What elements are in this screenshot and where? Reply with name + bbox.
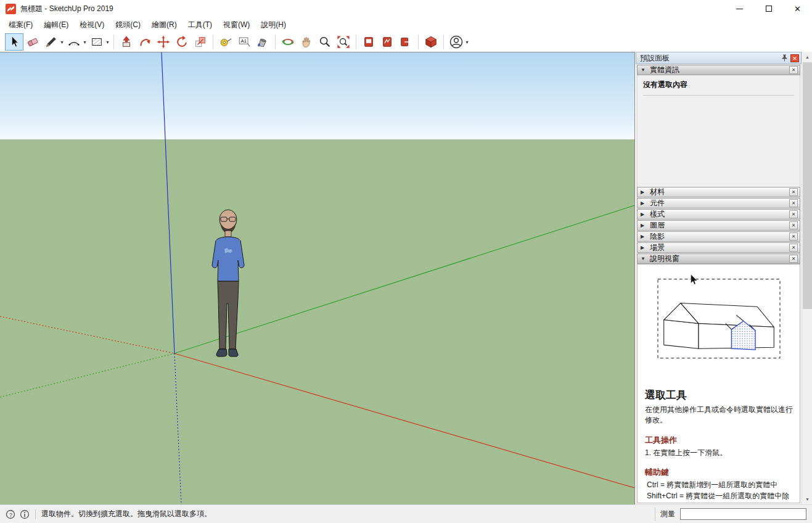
panel-section-instructor[interactable]: ▼ 說明視窗 ✕ bbox=[637, 253, 800, 264]
menu-help[interactable]: 說明(H) bbox=[255, 18, 292, 32]
scroll-up-button[interactable]: ▲ bbox=[802, 52, 812, 62]
eraser-icon bbox=[26, 35, 39, 49]
instructor-modifier-ctrl: Ctrl = 將實體新增到一組所選取的實體中 bbox=[645, 480, 794, 490]
shapes-tool-button[interactable] bbox=[88, 33, 106, 51]
instructor-modifier-shift-ctrl: Shift+Ctrl = 將實體從一組所選取的實體中除去 bbox=[645, 491, 794, 503]
statusbar-separator bbox=[35, 509, 36, 519]
paint-bucket-tool-button[interactable] bbox=[253, 33, 272, 51]
measurements-input[interactable] bbox=[680, 508, 806, 520]
toolbar-separator bbox=[213, 35, 213, 49]
chevron-down-icon[interactable]: ▾ bbox=[82, 39, 88, 45]
pan-tool-button[interactable] bbox=[297, 33, 316, 51]
menu-edit[interactable]: 編輯(E) bbox=[38, 18, 74, 32]
send-to-layout-button[interactable] bbox=[396, 33, 415, 51]
style-builder-icon bbox=[380, 35, 394, 49]
eraser-tool-button[interactable] bbox=[23, 33, 42, 51]
panel-section-scenes[interactable]: ▶ 場景 ✕ bbox=[637, 242, 800, 253]
instructor-operation-item: 1. 在實體上按一下滑鼠。 bbox=[645, 448, 794, 458]
move-icon bbox=[157, 35, 170, 49]
section-close-button[interactable]: ✕ bbox=[789, 66, 798, 74]
account-button[interactable] bbox=[447, 33, 465, 51]
arc-icon bbox=[67, 35, 81, 49]
select-tool-button[interactable] bbox=[5, 33, 23, 51]
default-tray-panel: 預設面板 ✕ ▼ 實體資訊 ✕ 沒有選取內容 ▶ 材料 ✕ ▶ 元件 ✕ ▶ 樣… bbox=[636, 52, 802, 504]
chevron-down-icon[interactable]: ▾ bbox=[59, 39, 65, 45]
panel-title-bar[interactable]: 預設面板 ✕ bbox=[636, 52, 802, 64]
menu-draw[interactable]: 繪圖(R) bbox=[146, 18, 182, 32]
panel-section-entity-info[interactable]: ▼ 實體資訊 ✕ bbox=[637, 65, 800, 75]
section-close-button[interactable]: ✕ bbox=[789, 188, 798, 196]
section-close-button[interactable]: ✕ bbox=[789, 255, 798, 263]
minimize-button[interactable] bbox=[725, 0, 754, 17]
title-bar: 無標題 - SketchUp Pro 2019 ✕ bbox=[0, 0, 812, 17]
pin-icon[interactable] bbox=[781, 54, 788, 62]
chevron-down-icon: ▼ bbox=[641, 256, 647, 262]
panel-section-shadows[interactable]: ▶ 陰影 ✕ bbox=[637, 231, 800, 242]
scale-tool-button[interactable] bbox=[191, 33, 210, 51]
layout-button[interactable] bbox=[359, 33, 378, 51]
menu-file[interactable]: 檔案(F) bbox=[3, 18, 38, 32]
entity-info-content: 沒有選取內容 bbox=[637, 75, 800, 186]
close-button[interactable]: ✕ bbox=[783, 0, 812, 17]
svg-text:A1: A1 bbox=[241, 38, 247, 44]
instructor-content: 選取工具 在使用其他操作工具或命令時選取實體以進行修改。 工具操作 1. 在實體… bbox=[637, 264, 800, 503]
entity-info-empty-message: 沒有選取內容 bbox=[643, 80, 794, 96]
up-arrow-icon: ▲ bbox=[805, 55, 810, 59]
close-icon: ✕ bbox=[792, 212, 796, 217]
menu-view[interactable]: 檢視(V) bbox=[74, 18, 110, 32]
move-tool-button[interactable] bbox=[154, 33, 173, 51]
viewport-canvas[interactable] bbox=[0, 52, 634, 504]
line-tool-button[interactable] bbox=[42, 33, 60, 51]
orbit-tool-button[interactable] bbox=[279, 33, 297, 51]
menu-camera[interactable]: 鏡頭(C) bbox=[110, 18, 146, 32]
menu-tools[interactable]: 工具(T) bbox=[182, 18, 218, 32]
section-close-button[interactable]: ✕ bbox=[789, 199, 798, 207]
panel-section-layers[interactable]: ▶ 圖層 ✕ bbox=[637, 220, 800, 231]
section-close-button[interactable]: ✕ bbox=[789, 210, 798, 218]
rotate-icon bbox=[175, 35, 189, 49]
toolbar-separator bbox=[356, 35, 356, 49]
maximize-button[interactable] bbox=[754, 0, 783, 17]
3d-viewport[interactable] bbox=[0, 52, 635, 504]
zoom-extents-tool-button[interactable] bbox=[334, 33, 353, 51]
chevron-down-icon[interactable]: ▾ bbox=[464, 39, 470, 45]
style-builder-button[interactable] bbox=[378, 33, 396, 51]
arc-tool-button[interactable] bbox=[65, 33, 83, 51]
menu-window[interactable]: 視窗(W) bbox=[218, 18, 255, 32]
panel-section-components[interactable]: ▶ 元件 ✕ bbox=[637, 198, 800, 208]
toolbar: ▾ ▾ ▾ bbox=[0, 32, 812, 52]
panel-scrollbar[interactable]: ▲ ▼ bbox=[802, 52, 812, 504]
section-close-button[interactable]: ✕ bbox=[789, 221, 798, 229]
ground bbox=[0, 139, 634, 504]
maximize-icon bbox=[766, 6, 772, 12]
statusbar-separator bbox=[655, 508, 655, 521]
rotate-tool-button[interactable] bbox=[173, 33, 191, 51]
panel-section-materials[interactable]: ▶ 材料 ✕ bbox=[637, 187, 800, 197]
text-tool-button[interactable]: A1 bbox=[235, 33, 253, 51]
close-icon: ✕ bbox=[794, 5, 801, 13]
instructor-modifier-heading: 輔助鍵 bbox=[645, 467, 794, 478]
chevron-right-icon: ▶ bbox=[641, 223, 647, 228]
scrollbar-thumb[interactable] bbox=[803, 62, 812, 309]
zoom-tool-button[interactable] bbox=[316, 33, 334, 51]
credits-status-icon[interactable] bbox=[20, 509, 30, 519]
extension-warehouse-button[interactable] bbox=[422, 33, 440, 51]
pencil-icon bbox=[44, 35, 58, 49]
section-close-button[interactable]: ✕ bbox=[789, 233, 798, 241]
tape-measure-tool-button[interactable] bbox=[216, 33, 235, 51]
minimize-icon bbox=[736, 9, 743, 9]
instructor-illustration bbox=[645, 271, 793, 373]
house-sketch bbox=[664, 303, 774, 348]
chevron-down-icon[interactable]: ▾ bbox=[105, 39, 110, 45]
section-close-button[interactable]: ✕ bbox=[789, 244, 798, 252]
close-icon: ✕ bbox=[792, 200, 796, 206]
extension-warehouse-icon bbox=[424, 35, 438, 49]
rectangle-icon bbox=[90, 35, 104, 49]
follow-me-tool-button[interactable] bbox=[136, 33, 154, 51]
scroll-down-button[interactable]: ▼ bbox=[802, 494, 812, 504]
sky bbox=[0, 52, 634, 139]
geolocation-status-icon[interactable]: ? bbox=[6, 509, 15, 519]
panel-close-button[interactable]: ✕ bbox=[790, 54, 799, 62]
push-pull-tool-button[interactable] bbox=[117, 33, 136, 51]
panel-section-styles[interactable]: ▶ 樣式 ✕ bbox=[637, 209, 800, 220]
